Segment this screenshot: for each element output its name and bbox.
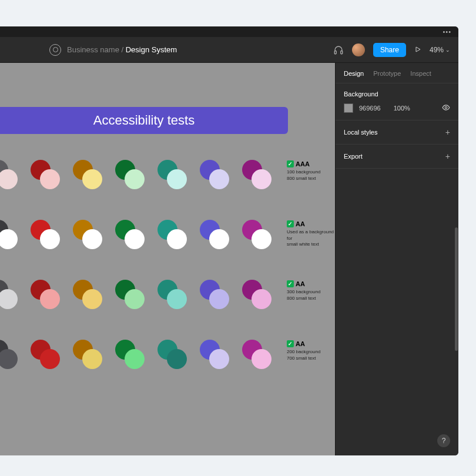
color-pair[interactable] <box>0 340 16 368</box>
color-pair[interactable] <box>0 160 16 188</box>
color-pair[interactable] <box>200 160 228 188</box>
chevron-down-icon: ⌄ <box>445 47 450 53</box>
color-pair[interactable] <box>242 160 270 188</box>
color-row: ✓AAA100 background800 small text <box>0 160 335 192</box>
color-pair[interactable] <box>157 160 186 188</box>
eye-icon[interactable] <box>442 103 450 113</box>
svg-marker-2 <box>416 47 420 52</box>
properties-panel: Design Prototype Inspect Background 9696… <box>335 63 458 455</box>
color-pair[interactable] <box>31 160 59 188</box>
color-pair[interactable] <box>157 280 186 308</box>
swatch-front <box>40 289 60 309</box>
color-pair[interactable] <box>200 340 228 368</box>
swatch-front <box>125 289 145 309</box>
color-pair[interactable] <box>157 220 186 248</box>
color-row: ✓AA200 background700 small text <box>0 340 335 371</box>
color-pairs <box>0 280 270 308</box>
color-pair[interactable] <box>73 340 101 368</box>
help-button[interactable]: ? <box>437 434 450 447</box>
row-label: ✓AAA100 background800 small text <box>287 160 335 182</box>
swatch-front <box>209 349 229 369</box>
swatch-front <box>40 229 60 249</box>
tab-design[interactable]: Design <box>344 70 364 77</box>
swatch-front <box>82 229 102 249</box>
color-pair[interactable] <box>200 280 228 308</box>
color-pair[interactable] <box>115 340 143 368</box>
swatch-front <box>0 229 18 249</box>
check-icon: ✓ <box>287 160 294 167</box>
tab-inspect[interactable]: Inspect <box>410 70 431 77</box>
swatch-front <box>167 289 187 309</box>
color-pair[interactable] <box>200 220 228 248</box>
add-style-icon[interactable]: + <box>445 128 450 137</box>
app-window: ••• Business name / Design System Share … <box>0 26 458 455</box>
color-pair[interactable] <box>115 160 143 188</box>
color-pair[interactable] <box>115 280 143 308</box>
row-sub1: 200 background <box>287 349 335 355</box>
background-hex[interactable]: 969696 <box>359 105 381 112</box>
section-export: Export + <box>336 145 458 169</box>
share-button[interactable]: Share <box>373 43 406 57</box>
swatch-front <box>0 289 18 309</box>
swatch-front <box>82 349 102 369</box>
color-pair[interactable] <box>242 340 270 368</box>
color-pair[interactable] <box>31 340 59 368</box>
swatch-front <box>209 289 229 309</box>
panel-tabs: Design Prototype Inspect <box>336 63 458 83</box>
swatch-front <box>82 289 102 309</box>
color-pair[interactable] <box>115 220 143 248</box>
play-icon[interactable] <box>414 45 421 55</box>
row-sub1: 100 background <box>287 169 335 175</box>
color-pair[interactable] <box>242 280 270 308</box>
tab-prototype[interactable]: Prototype <box>373 70 401 77</box>
color-pair[interactable] <box>242 220 270 248</box>
color-pair[interactable] <box>31 280 59 308</box>
titlebar: ••• <box>0 26 458 37</box>
color-pair[interactable] <box>0 220 16 248</box>
row-label: ✓AA200 background700 small text <box>287 340 335 361</box>
zoom-control[interactable]: 49% ⌄ <box>430 46 450 54</box>
user-icon[interactable] <box>49 44 61 56</box>
color-pair[interactable] <box>73 280 101 308</box>
swatch-front <box>40 169 60 189</box>
svg-point-3 <box>445 106 447 109</box>
swatch-front <box>0 349 18 369</box>
row-sub2: 800 small text <box>287 176 335 182</box>
row-label: ✓AAUsed as a background forsmall white t… <box>287 220 335 247</box>
row-sub2: 700 small text <box>287 356 335 361</box>
color-pair[interactable] <box>157 340 186 368</box>
avatar[interactable] <box>352 43 365 56</box>
swatch-front <box>125 169 145 189</box>
canvas[interactable]: Accessibility tests ✓AAA100 background80… <box>0 63 335 455</box>
color-pair[interactable] <box>0 280 16 308</box>
section-local-styles: Local styles + <box>336 120 458 145</box>
swatch-front <box>0 169 18 189</box>
background-swatch[interactable] <box>344 103 353 113</box>
add-export-icon[interactable]: + <box>445 152 450 161</box>
breadcrumb[interactable]: Business name / Design System <box>67 45 177 54</box>
topbar: Business name / Design System Share 49% … <box>0 37 458 63</box>
body: Accessibility tests ✓AAA100 background80… <box>0 63 458 455</box>
swatch-front <box>252 289 271 309</box>
color-row: ✓AA300 background800 small text <box>0 280 335 311</box>
breadcrumb-prefix: Business name / <box>67 45 126 54</box>
color-pair[interactable] <box>73 160 101 188</box>
swatch-front <box>209 229 229 249</box>
color-pair[interactable] <box>73 220 101 248</box>
window-menu-icon[interactable]: ••• <box>443 28 451 35</box>
badge-text: AA <box>296 220 305 228</box>
scrollbar[interactable] <box>455 63 458 368</box>
background-opacity[interactable]: 100% <box>394 105 410 112</box>
swatch-front <box>252 229 271 249</box>
headphones-icon[interactable] <box>333 45 344 55</box>
export-title: Export <box>344 153 363 160</box>
color-pair[interactable] <box>31 220 59 248</box>
check-icon: ✓ <box>287 340 294 347</box>
badge-text: AAA <box>296 160 310 168</box>
color-rows: ✓AAA100 background800 small text✓AAUsed … <box>0 160 335 400</box>
badge-text: AA <box>296 280 305 288</box>
swatch-front <box>167 349 187 369</box>
swatch-front <box>125 229 145 249</box>
banner-title: Accessibility tests <box>0 107 288 134</box>
scrollbar-thumb[interactable] <box>455 227 458 351</box>
